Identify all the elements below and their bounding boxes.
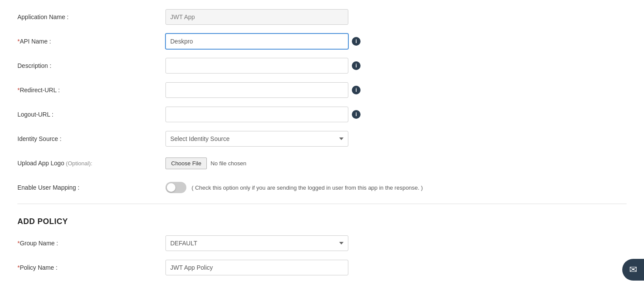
description-input[interactable] — [165, 58, 348, 74]
api-name-input[interactable] — [165, 33, 348, 49]
logout-url-row: Logout-URL : i — [17, 106, 627, 123]
section-divider — [17, 204, 627, 204]
api-name-row: *API Name : i — [17, 33, 627, 50]
toggle-wrapper: ( Check this option only if you are send… — [165, 182, 423, 193]
redirect-url-row: *Redirect-URL : i — [17, 82, 627, 98]
page-container: Application Name : *API Name : i Descrip… — [0, 0, 644, 298]
upload-logo-row: Upload App Logo (Optional): Choose File … — [17, 155, 627, 171]
application-name-input[interactable] — [165, 9, 348, 25]
api-name-label: *API Name : — [17, 38, 165, 45]
add-policy-section: ADD POLICY *Group Name : DEFAULT *Policy… — [17, 213, 627, 292]
floating-action-button[interactable]: ✉ — [622, 259, 644, 281]
user-mapping-toggle[interactable] — [165, 182, 186, 193]
file-input-wrapper: Choose File No file chosen — [165, 157, 246, 169]
enable-user-mapping-row: Enable User Mapping : ( Check this optio… — [17, 179, 627, 196]
policy-name-label: *Policy Name : — [17, 264, 165, 271]
policy-name-input[interactable] — [165, 260, 348, 275]
group-name-row: *Group Name : DEFAULT — [17, 235, 627, 251]
policy-name-row: *Policy Name : — [17, 259, 627, 276]
toggle-thumb — [167, 183, 175, 192]
group-name-label: *Group Name : — [17, 240, 165, 247]
choose-file-button[interactable]: Choose File — [165, 157, 207, 169]
identity-source-row: Identity Source : Select Identity Source — [17, 131, 627, 147]
description-info-icon[interactable]: i — [352, 61, 361, 70]
floating-action-icon: ✉ — [629, 264, 637, 275]
toggle-track — [165, 182, 186, 193]
group-name-select[interactable]: DEFAULT — [165, 235, 348, 251]
application-name-row: Application Name : — [17, 9, 627, 25]
toggle-hint-text: ( Check this option only if you are send… — [192, 184, 423, 191]
enable-user-mapping-label: Enable User Mapping : — [17, 184, 165, 191]
identity-source-select[interactable]: Select Identity Source — [165, 131, 348, 147]
upload-logo-optional: (Optional): — [66, 160, 92, 167]
add-policy-title: ADD POLICY — [17, 217, 627, 226]
application-name-label: Application Name : — [17, 13, 165, 20]
description-row: Description : i — [17, 57, 627, 74]
logout-url-input[interactable] — [165, 107, 348, 122]
api-name-info-icon[interactable]: i — [352, 37, 361, 46]
redirect-url-input[interactable] — [165, 82, 348, 98]
identity-source-label: Identity Source : — [17, 135, 165, 142]
logout-url-info-icon[interactable]: i — [352, 110, 361, 119]
no-file-text: No file chosen — [210, 160, 246, 167]
description-label: Description : — [17, 62, 165, 69]
logout-url-label: Logout-URL : — [17, 111, 165, 118]
upload-logo-label: Upload App Logo (Optional): — [17, 160, 165, 167]
redirect-url-info-icon[interactable]: i — [352, 86, 361, 94]
redirect-url-label: *Redirect-URL : — [17, 87, 165, 94]
